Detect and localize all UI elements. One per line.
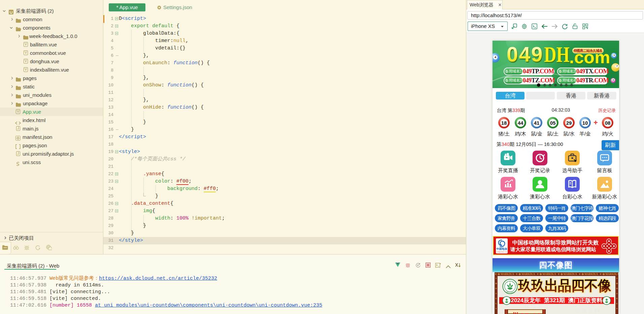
svg-text:中国电信: 中国电信 (497, 247, 507, 250)
svg-text:CHINA TELECOM: CHINA TELECOM (497, 251, 507, 253)
svg-text:M A C A U: M A C A U (507, 291, 513, 293)
